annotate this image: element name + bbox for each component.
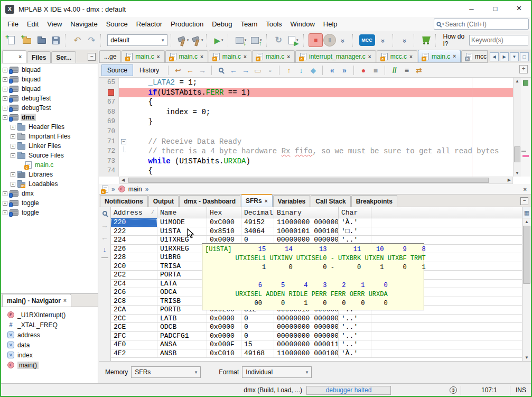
- tree-item-linker-files[interactable]: +Linker Files: [1, 141, 98, 151]
- projects-minimize-icon[interactable]: [88, 53, 96, 61]
- tree-item-biquad[interactable]: +biquad: [1, 65, 98, 75]
- expand-icon[interactable]: +: [11, 125, 15, 130]
- format-select[interactable]: Individual ▾: [242, 366, 312, 378]
- column-header-decimal[interactable]: Decimal: [241, 207, 274, 218]
- expand-icon[interactable]: +: [11, 134, 15, 139]
- scrollbar-thumb[interactable]: [523, 226, 530, 284]
- tab-main-c-5[interactable]: main.c×: [418, 50, 461, 62]
- menu-production[interactable]: Production: [166, 20, 208, 28]
- program-device-button[interactable]: ↓▾: [234, 33, 248, 48]
- navigator-item-xtal-freq[interactable]: #_XTAL_FREQ: [1, 320, 98, 330]
- find-selection-button[interactable]: [216, 64, 227, 76]
- expand-icon[interactable]: +: [11, 182, 15, 187]
- tab-dmx-dashboard[interactable]: dmx - Dashboard: [179, 195, 240, 207]
- expand-icon[interactable]: +: [3, 68, 7, 72]
- expand-icon[interactable]: +: [3, 201, 7, 206]
- tab-interrupt-manager-c[interactable]: interrupt_manager.c×: [295, 50, 376, 62]
- toggle-bookmark-button[interactable]: ◆: [307, 64, 319, 76]
- next-occurrence-button[interactable]: →: [240, 64, 251, 76]
- collapse-icon[interactable]: −: [3, 115, 7, 120]
- close-icon[interactable]: ×: [244, 54, 247, 60]
- notifications-badge[interactable]: 3: [450, 386, 457, 394]
- start-macro-recording-button[interactable]: ●: [358, 64, 369, 76]
- fold-collapse-icon[interactable]: −: [121, 139, 126, 144]
- view-tab-source[interactable]: Source: [101, 64, 133, 76]
- scrollbar-thumb[interactable]: [514, 146, 520, 162]
- tree-item-libraries[interactable]: +Libraries: [1, 170, 98, 179]
- tree-item-dmx[interactable]: −dmx: [1, 113, 98, 122]
- menu-edit[interactable]: Edit: [23, 20, 43, 28]
- expand-icon[interactable]: +: [3, 106, 7, 110]
- close-icon[interactable]: ×: [18, 54, 22, 60]
- config-combobox[interactable]: default▾: [107, 34, 167, 46]
- reset-button[interactable]: ↻: [272, 33, 285, 48]
- navigator-close-icon[interactable]: ×: [63, 298, 67, 303]
- tab-mcc-c[interactable]: mcc.c×: [377, 50, 417, 62]
- goto-address-button[interactable]: ↓: [100, 245, 109, 254]
- previous-bookmark-button[interactable]: ↑: [283, 64, 294, 76]
- debug-project-button[interactable]: ▶▾: [286, 33, 301, 48]
- tab-files[interactable]: Files: [27, 51, 51, 63]
- expand-icon[interactable]: +: [11, 144, 15, 149]
- tab-main-c-1[interactable]: main.c×: [122, 50, 164, 62]
- tab-breakpoints[interactable]: Breakpoints: [351, 195, 397, 207]
- keyword-input[interactable]: [469, 35, 528, 45]
- expand-icon[interactable]: +: [3, 96, 7, 101]
- pause-button[interactable]: Ⅱ: [323, 34, 336, 47]
- column-header-binary[interactable]: Binary: [274, 207, 339, 218]
- scroll-tabs-left-icon[interactable]: ◀: [490, 52, 499, 61]
- undo-button[interactable]: ↶: [70, 33, 84, 48]
- sfr-row-4E2[interactable]: 4E2ANSB0xC0104916811000000 00010000'À.': [111, 349, 522, 358]
- menu-debug[interactable]: Debug: [208, 20, 236, 28]
- menu-tools[interactable]: Tools: [262, 20, 286, 28]
- menu-file[interactable]: File: [3, 20, 23, 28]
- minimize-button[interactable]: [460, 1, 483, 17]
- expand-icon[interactable]: +: [11, 172, 15, 177]
- column-header-char[interactable]: Char: [339, 207, 371, 218]
- editor-vertical-scrollbar[interactable]: ▲ ▼: [513, 78, 521, 177]
- close-icon[interactable]: ×: [265, 198, 268, 204]
- forward-button[interactable]: →: [197, 64, 208, 76]
- tab-services[interactable]: Ser...: [51, 51, 76, 63]
- tree-item-biquad[interactable]: +biquad: [1, 84, 98, 94]
- scroll-down-icon[interactable]: ▼: [514, 171, 521, 176]
- tree-item-debugtest[interactable]: +debugTest: [1, 103, 98, 113]
- tab-main-c-2[interactable]: main.c×: [165, 50, 208, 62]
- expand-icon[interactable]: +: [3, 77, 7, 82]
- tab-output[interactable]: Output: [148, 195, 179, 207]
- column-settings-icon[interactable]: [522, 207, 531, 218]
- sfr-row-220[interactable]: 220U1MODE0xC0004915211000000 00000000'À.…: [111, 218, 522, 227]
- navigator-item-address[interactable]: Vaddress: [1, 330, 98, 340]
- more-actions-3-button[interactable]: »: [398, 33, 412, 48]
- scroll-up-icon[interactable]: ▲: [522, 219, 531, 224]
- new-file-button[interactable]: +: [4, 33, 18, 48]
- mcc-button[interactable]: MCC: [359, 34, 375, 46]
- plugins-cart-button[interactable]: [419, 33, 433, 48]
- shift-line-right-button[interactable]: »: [339, 64, 350, 76]
- sfr-vertical-scrollbar[interactable]: ▲ ▼: [522, 218, 531, 361]
- navigator-item-data[interactable]: Vdata: [1, 340, 98, 350]
- last-edit-position-button[interactable]: ↩: [172, 64, 183, 76]
- menu-window[interactable]: Window: [286, 20, 319, 28]
- tree-item-debugtest[interactable]: +debugTest: [1, 94, 98, 103]
- navigator-tab[interactable]: main() - Navigator ×: [2, 294, 71, 307]
- scroll-up-icon[interactable]: ▲: [514, 79, 521, 84]
- tree-item-toggle[interactable]: +toggle: [1, 198, 98, 208]
- shift-line-left-button[interactable]: «: [326, 64, 338, 76]
- close-icon[interactable]: ×: [157, 54, 160, 60]
- table-search-button[interactable]: [100, 209, 109, 217]
- next-bookmark-button[interactable]: ↓: [295, 64, 306, 76]
- menu-help[interactable]: Help: [319, 20, 342, 28]
- scroll-tabs-right-icon[interactable]: ▶: [500, 52, 509, 61]
- quick-search[interactable]: ▾: [434, 19, 529, 30]
- view-tab-history[interactable]: History: [134, 65, 164, 76]
- more-actions-1-button[interactable]: »: [337, 33, 350, 48]
- more-actions-2-button[interactable]: »: [377, 33, 390, 48]
- comment-button[interactable]: //: [389, 64, 400, 76]
- menu-source[interactable]: Source: [102, 20, 132, 28]
- hscrollbar-thumb[interactable]: [128, 178, 489, 183]
- column-header-hex[interactable]: Hex: [207, 207, 241, 218]
- maximize-editor-icon[interactable]: □: [520, 52, 529, 61]
- pin-arrow-1-button[interactable]: →: [100, 221, 109, 229]
- tab-notifications[interactable]: Notifications: [100, 195, 148, 207]
